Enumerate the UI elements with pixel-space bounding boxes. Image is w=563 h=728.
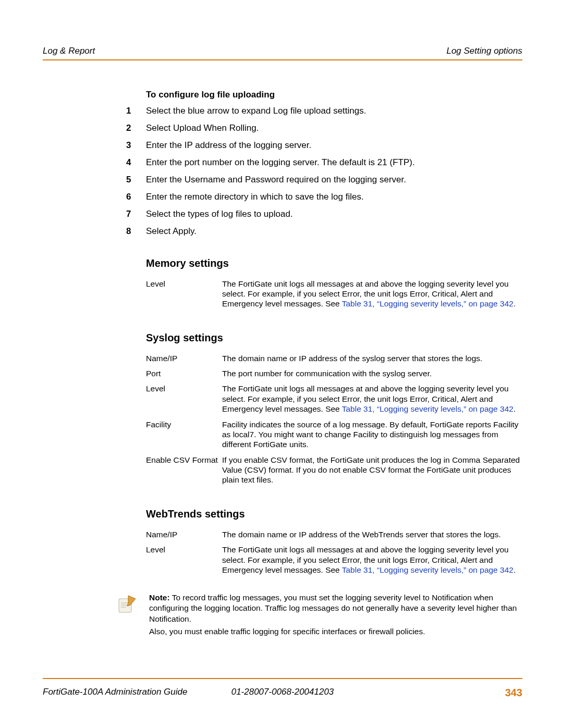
heading-memory: Memory settings	[146, 257, 522, 269]
manual-page: Log & Report Log Setting options To conf…	[0, 0, 563, 728]
procedure-steps: Select the blue arrow to expand Log file…	[146, 105, 522, 238]
step-text: Select the blue arrow to expand Log file…	[146, 105, 522, 117]
definition: The domain name or IP address of the Web…	[222, 527, 522, 542]
heading-syslog: Syslog settings	[146, 332, 522, 344]
step: Enter the remote directory in which to s…	[126, 191, 522, 203]
step: Enter the IP address of the logging serv…	[126, 140, 522, 152]
term: Facility	[146, 417, 222, 453]
term: Level	[146, 381, 222, 417]
step-text: Select Apply.	[146, 226, 522, 238]
table-row: Facility Facility indicates the source o…	[146, 417, 522, 453]
note-icon	[116, 594, 138, 617]
heading-webtrends: WebTrends settings	[146, 508, 522, 520]
definition: The domain name or IP address of the sys…	[222, 351, 522, 366]
table-row: Level The FortiGate unit logs all messag…	[146, 277, 522, 312]
memory-table: Level The FortiGate unit logs all messag…	[146, 277, 522, 312]
table-row: Name/IP The domain name or IP address of…	[146, 527, 522, 542]
step-text: Enter the port number on the logging ser…	[146, 157, 522, 169]
step: Select Upload When Rolling.	[126, 122, 522, 134]
procedure-title: To configure log file uploading	[146, 90, 522, 100]
term: Level	[146, 542, 222, 578]
definition: The FortiGate unit logs all messages at …	[222, 277, 522, 312]
step: Enter the Username and Password required…	[126, 174, 522, 186]
note-body-2: Also, you must enable traffic logging fo…	[149, 627, 425, 636]
footer-rule	[43, 678, 522, 679]
definition: The port number for communication with t…	[222, 366, 522, 381]
footer-mid: 01-28007-0068-20041203	[43, 687, 522, 697]
period: .	[513, 404, 516, 413]
term: Enable CSV Format	[146, 453, 222, 488]
step-text: Enter the Username and Password required…	[146, 174, 522, 186]
note-body-1: To record traffic log messages, you must…	[149, 593, 517, 623]
webtrends-table: Name/IP The domain name or IP address of…	[146, 527, 522, 578]
term: Name/IP	[146, 527, 222, 542]
header-right: Log Setting options	[446, 46, 522, 56]
table-row: Port The port number for communication w…	[146, 366, 522, 381]
running-header: Log & Report Log Setting options	[43, 46, 522, 59]
header-left: Log & Report	[43, 46, 95, 56]
step: Select Apply.	[126, 226, 522, 238]
header-rule	[43, 59, 522, 60]
cross-ref-link[interactable]: Table 31, “Logging severity levels,” on …	[342, 565, 513, 574]
step-text: Select the types of log files to upload.	[146, 208, 522, 220]
note: Note: To record traffic log messages, yo…	[116, 593, 522, 637]
definition: Facility indicates the source of a log m…	[222, 417, 522, 453]
note-label: Note:	[149, 593, 170, 602]
term: Port	[146, 366, 222, 381]
step-text: Select Upload When Rolling.	[146, 122, 522, 134]
step-text: Enter the IP address of the logging serv…	[146, 140, 522, 152]
body-content: To configure log file uploading Select t…	[146, 90, 522, 637]
running-footer: FortiGate-100A Administration Guide 01-2…	[43, 687, 522, 699]
step: Select the types of log files to upload.	[126, 208, 522, 220]
step: Enter the port number on the logging ser…	[126, 157, 522, 169]
note-text: Note: To record traffic log messages, yo…	[149, 593, 522, 637]
term: Name/IP	[146, 351, 222, 366]
table-row: Enable CSV Format If you enable CSV form…	[146, 453, 522, 488]
table-row: Level The FortiGate unit logs all messag…	[146, 381, 522, 417]
period: .	[513, 299, 516, 308]
syslog-table: Name/IP The domain name or IP address of…	[146, 351, 522, 488]
term: Level	[146, 277, 222, 312]
cross-ref-link[interactable]: Table 31, “Logging severity levels,” on …	[342, 404, 513, 413]
step-text: Enter the remote directory in which to s…	[146, 191, 522, 203]
definition: The FortiGate unit logs all messages at …	[222, 542, 522, 578]
cross-ref-link[interactable]: Table 31, “Logging severity levels,” on …	[342, 299, 513, 308]
table-row: Name/IP The domain name or IP address of…	[146, 351, 522, 366]
definition: If you enable CSV format, the FortiGate …	[222, 453, 522, 488]
step: Select the blue arrow to expand Log file…	[126, 105, 522, 117]
definition: The FortiGate unit logs all messages at …	[222, 381, 522, 417]
table-row: Level The FortiGate unit logs all messag…	[146, 542, 522, 578]
period: .	[513, 565, 516, 574]
